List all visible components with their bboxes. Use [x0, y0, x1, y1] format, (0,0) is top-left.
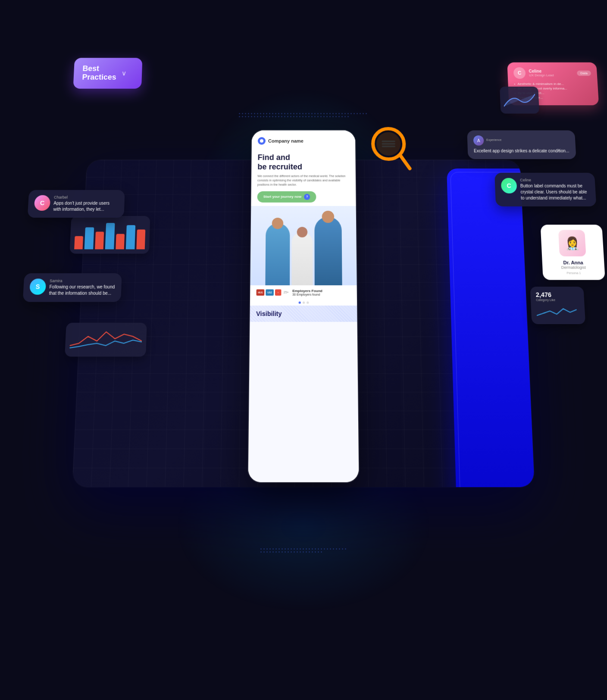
mobile-hero: Find andbe recruited We connect the diff… [251, 149, 356, 206]
bar-chart-card [69, 216, 150, 254]
celine-item-1: Aesthetic & minimalism in de... [514, 82, 591, 86]
bar-5 [116, 234, 125, 250]
svg-line-5 [400, 155, 410, 169]
stats-mini-chart [536, 304, 580, 320]
dots-top-pattern: for(let i=0;i<80;i++) document.write('<s… [239, 113, 368, 117]
medical-image [250, 206, 357, 285]
bar-6 [126, 225, 135, 249]
doctor-1-head [272, 218, 284, 229]
mini-data-chart [500, 87, 539, 114]
dot-1 [298, 301, 300, 303]
bar-2 [84, 227, 94, 249]
pagination-dots [250, 300, 357, 306]
hug-logo: HUG [257, 289, 265, 296]
employers-text: Employers Found 30 Employers found [292, 289, 322, 296]
dr-anna-avatar: 👩‍⚕️ [558, 230, 586, 256]
dr-anna-persona: Persona 1 [548, 272, 600, 275]
usz-logo: USZ [266, 289, 274, 296]
search-magnifier-container [370, 126, 414, 175]
emp-count: 25+ [284, 291, 289, 294]
hero-description: We connect the different actors of the m… [257, 174, 350, 187]
doctor-2 [291, 232, 313, 285]
employer-logos: HUG USZ + 25+ [257, 289, 289, 296]
celine-data-name: Celine [529, 69, 554, 73]
review-avatar: A [473, 135, 484, 146]
employers-bar: HUG USZ + 25+ Employers Found 30 Employe… [250, 285, 357, 299]
chevron-down-icon: ∨ [122, 69, 127, 77]
bar-1 [74, 236, 83, 250]
charbel-name: Charbel [54, 195, 119, 200]
main-scene: for(let i=0;i<80;i++) document.write('<s… [66, 139, 541, 527]
dr-anna-name: Dr. Anna [548, 260, 599, 265]
card-stats: 2,476 Category Like [530, 287, 586, 324]
emp-logo-red: + [275, 289, 282, 296]
doctor-2-head [297, 227, 307, 237]
card-dr-anna: 👩‍⚕️ Dr. Anna Dermatologist Persona 1 [541, 225, 605, 280]
best-practices-label: BestPractices [82, 64, 117, 82]
celine-comment-text: Button label commands must be crystal cl… [520, 183, 590, 201]
samira-text: Following our research, we found that th… [49, 284, 115, 297]
dot-2 [302, 301, 304, 303]
right-accent-panel [447, 169, 535, 487]
mobile-mockup: Company name Find andbe recruited We con… [248, 130, 359, 482]
employers-label: Employers Found [292, 289, 322, 293]
stats-number: 2,476 [535, 291, 579, 298]
logo-icon [258, 137, 266, 145]
line-chart-card [65, 323, 147, 357]
hero-title: Find andbe recruited [257, 153, 349, 172]
avatar-samira: S [29, 278, 46, 294]
bar-4 [105, 223, 115, 249]
dot-3 [307, 301, 309, 303]
doctor-1 [265, 223, 290, 285]
doctor-group [250, 206, 357, 285]
doctor-3-head [322, 210, 334, 222]
mobile-header: Company name [252, 130, 356, 149]
card-samira: S Samira Following our research, we foun… [23, 273, 122, 302]
company-name: Company name [268, 138, 304, 144]
card-celine-comment: C Celine Button label commands must be c… [494, 173, 596, 206]
avatar-celine-data: C [513, 67, 526, 79]
cta-label: Start your journey now [263, 195, 301, 199]
employers-count: 30 Employers found [292, 293, 320, 296]
dr-anna-role: Dermatologist [548, 265, 599, 269]
card-charbel: C Charbel Apps don't just provide users … [28, 190, 125, 218]
search-magnifier-icon [370, 126, 414, 173]
samira-name: Samira [50, 278, 116, 283]
avatar-celine-comment: C [501, 178, 517, 194]
data-badge: Data [577, 70, 591, 75]
bar-7 [136, 229, 145, 249]
company-logo: Company name [258, 137, 304, 145]
bar-chart [74, 223, 146, 249]
charbel-text: Apps don't just provide users with infor… [53, 200, 118, 212]
cta-button[interactable]: Start your journey now ? [257, 191, 316, 202]
line-chart-svg [69, 327, 142, 350]
celine-comment-name: Celine [520, 178, 589, 182]
best-practices-button[interactable]: BestPractices ∨ [73, 58, 143, 89]
bar-3 [95, 232, 104, 250]
card-review-top: A Experience Excellent app design strike… [467, 130, 576, 159]
review-text: Excellent app design strikes a delicate … [474, 148, 570, 154]
cta-badge: ? [304, 194, 310, 200]
avatar-charbel: C [34, 195, 50, 211]
visibility-label: Visibility [256, 310, 351, 317]
celine-data-role: UX Design Lead [529, 73, 554, 77]
stats-label: Category Like [536, 298, 579, 301]
visibility-section: Visibility [250, 305, 357, 322]
mobile-screen: Company name Find andbe recruited We con… [248, 130, 359, 482]
review-tag: Experience [486, 138, 501, 141]
doctor-3 [314, 217, 342, 285]
dots-bottom-pattern: for(let i=0;i<50;i++) document.write('<s… [260, 548, 347, 553]
